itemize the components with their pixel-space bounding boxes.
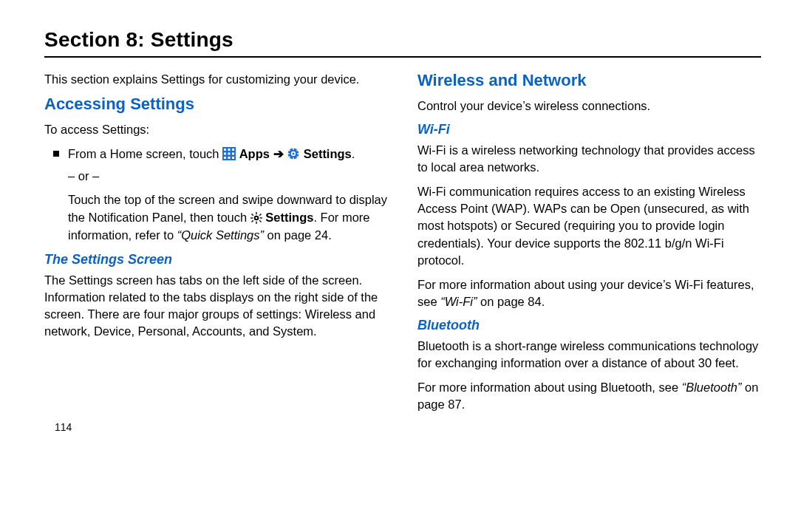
panel-settings-label: Settings xyxy=(265,211,313,224)
svg-rect-24 xyxy=(250,217,253,218)
right-column: Wireless and Network Control your device… xyxy=(417,71,761,433)
heading-settings-screen: The Settings Screen xyxy=(44,252,388,267)
left-column: This section explains Settings for custo… xyxy=(44,71,388,433)
svg-rect-7 xyxy=(224,157,226,159)
wifi-p3b: on page 84. xyxy=(477,295,545,308)
wifi-para-2: Wi-Fi communication requires access to a… xyxy=(417,183,761,268)
svg-rect-5 xyxy=(228,153,231,155)
svg-rect-23 xyxy=(256,222,256,224)
svg-rect-29 xyxy=(259,214,261,216)
svg-rect-28 xyxy=(251,220,253,222)
square-bullet-icon xyxy=(53,151,59,157)
svg-rect-6 xyxy=(232,153,234,155)
apps-label: Apps xyxy=(239,147,270,160)
svg-rect-27 xyxy=(259,220,261,222)
wifi-ref: “Wi-Fi” xyxy=(440,295,477,308)
bt-para-2: For more information about using Bluetoo… xyxy=(417,379,761,413)
bullet-item: From a Home screen, touch Apps ➔ xyxy=(53,146,388,163)
heading-wifi: Wi-Fi xyxy=(417,122,761,137)
manual-page: Section 8: Settings This section explain… xyxy=(0,0,798,448)
heading-bluetooth: Bluetooth xyxy=(417,318,761,333)
bt-para-1: Bluetooth is a short-range wireless comm… xyxy=(417,338,761,372)
two-column-layout: This section explains Settings for custo… xyxy=(44,71,761,433)
bt-p2a: For more information about using Bluetoo… xyxy=(417,381,682,394)
svg-rect-13 xyxy=(293,158,294,160)
svg-rect-22 xyxy=(256,212,256,214)
page-number: 114 xyxy=(55,421,388,433)
bullet-post: . xyxy=(352,147,355,160)
svg-rect-8 xyxy=(228,157,231,159)
svg-rect-14 xyxy=(287,154,290,155)
settings-label: Settings xyxy=(304,147,352,160)
to-access-line: To access Settings: xyxy=(44,121,388,138)
or-line: – or – xyxy=(68,168,388,185)
svg-rect-9 xyxy=(232,157,234,159)
svg-point-20 xyxy=(293,153,295,155)
svg-rect-25 xyxy=(259,217,262,218)
settings-screen-body: The Settings screen has tabs on the left… xyxy=(44,272,388,340)
svg-rect-1 xyxy=(224,149,226,151)
bt-ref: “Bluetooth” xyxy=(682,381,742,394)
svg-rect-2 xyxy=(228,149,231,151)
settings-gear-blue-icon xyxy=(287,147,300,160)
heading-wireless-network: Wireless and Network xyxy=(417,71,761,90)
wifi-para-1: Wi-Fi is a wireless networking technolog… xyxy=(417,142,761,176)
heading-accessing-settings: Accessing Settings xyxy=(44,95,388,114)
intro-text: This section explains Settings for custo… xyxy=(44,71,388,87)
svg-point-30 xyxy=(255,217,257,219)
bullet-pre: From a Home screen, touch xyxy=(68,147,222,160)
settings-gear-black-icon xyxy=(250,212,262,224)
panel-text-3: on page 24. xyxy=(264,228,332,242)
notification-panel-text: Touch the top of the screen and swipe do… xyxy=(68,191,388,245)
apps-grid-icon xyxy=(222,147,236,160)
wifi-para-3: For more information about using your de… xyxy=(417,276,761,310)
svg-rect-4 xyxy=(224,153,226,155)
svg-rect-12 xyxy=(293,148,294,150)
svg-rect-26 xyxy=(251,214,253,216)
svg-rect-3 xyxy=(232,149,234,151)
bullet-text: From a Home screen, touch Apps ➔ xyxy=(68,146,355,163)
wireless-intro: Control your device’s wireless connectio… xyxy=(417,98,761,115)
quick-settings-ref: “Quick Settings” xyxy=(177,228,264,242)
arrow-icon: ➔ xyxy=(273,147,287,160)
divider xyxy=(44,56,761,58)
section-title: Section 8: Settings xyxy=(44,28,761,52)
svg-rect-15 xyxy=(297,154,299,155)
